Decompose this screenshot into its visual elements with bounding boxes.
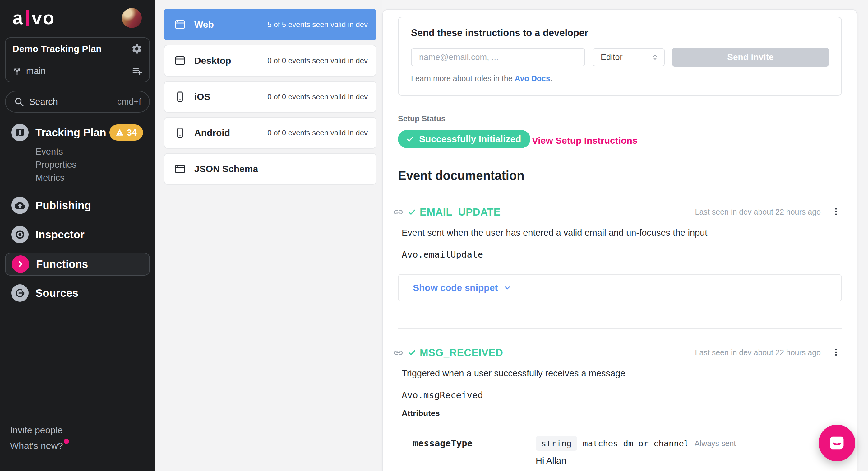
sidebar-item-publishing[interactable]: Publishing — [0, 195, 155, 215]
valid-check-icon — [407, 348, 416, 357]
setup-status-label: Setup Status — [398, 114, 842, 123]
source-status: 0 of 0 events seen valid in dev — [267, 128, 368, 137]
attribute-meta-line: string matches dm or channel Always sent — [536, 436, 842, 451]
check-icon — [405, 135, 415, 144]
create-branch-button[interactable] — [132, 66, 143, 76]
settings-button[interactable] — [131, 43, 143, 54]
sources-list: Web 5 of 5 events seen valid in dev Desk… — [155, 0, 382, 471]
tracking-plan-label: Tracking Plan — [35, 126, 106, 139]
logo-letter-a: a — [12, 9, 24, 27]
source-card-web[interactable]: Web 5 of 5 events seen valid in dev — [164, 9, 376, 40]
functions-icon-circle — [12, 256, 29, 273]
sidebar-item-events[interactable]: Events — [35, 145, 155, 158]
event-last-seen: Last seen in dev about 22 hours ago — [695, 348, 821, 357]
event-menu-button[interactable] — [830, 206, 842, 218]
source-label: Android — [194, 127, 230, 138]
sidebar-item-functions-active[interactable]: Functions — [5, 253, 150, 276]
event-name-link[interactable]: MSG_RECEIVED — [420, 347, 503, 359]
chevron-down-icon — [503, 283, 512, 292]
event-divider — [398, 328, 842, 329]
event-name-link[interactable]: EMAIL_UPDATE — [420, 206, 500, 218]
source-label: Web — [194, 19, 214, 30]
search-shortcut: cmd+f — [117, 97, 141, 107]
invite-developer-panel: Send these instructions to a developer E… — [398, 17, 842, 95]
warning-icon — [116, 128, 124, 137]
sidebar-footer: Invite people What's new? — [10, 422, 69, 453]
source-card-ios[interactable]: iOS 0 of 0 events seen valid in dev — [164, 81, 376, 113]
email-field[interactable] — [411, 48, 585, 66]
browser-icon — [174, 163, 186, 175]
search-input[interactable]: Search cmd+f — [5, 91, 150, 113]
project-name: Demo Tracking Plan — [12, 43, 131, 54]
attribute-type-chip: string — [536, 436, 577, 451]
invite-people-link[interactable]: Invite people — [10, 422, 69, 438]
source-card-desktop[interactable]: Desktop 0 of 0 events seen valid in dev — [164, 45, 376, 77]
attribute-value-column: string matches dm or channel Always sent… — [526, 433, 842, 471]
event-header: EMAIL_UPDATE Last seen in dev about 22 h… — [393, 206, 842, 218]
event-code-name: Avo.msgReceived — [398, 390, 842, 401]
roles-note-suffix: . — [550, 74, 553, 83]
branch-icon — [12, 66, 22, 76]
link-icon[interactable] — [393, 348, 404, 358]
logo-pink-bar — [26, 10, 29, 26]
avo-docs-link[interactable]: Avo Docs — [515, 74, 550, 83]
role-select[interactable]: Editor — [593, 48, 665, 66]
invite-panel-title: Send these instructions to a developer — [411, 27, 829, 38]
roles-note: Learn more about roles in the Avo Docs. — [411, 74, 829, 83]
cloud-upload-icon — [14, 200, 25, 211]
event-header: MSG_RECEIVED Last seen in dev about 22 h… — [393, 346, 842, 359]
project-row[interactable]: Demo Tracking Plan — [6, 38, 149, 60]
intercom-chat-button[interactable] — [818, 425, 855, 461]
sidebar-item-sources[interactable]: Sources — [0, 283, 155, 303]
show-code-snippet-button[interactable]: Show code snippet — [411, 282, 514, 293]
function-detail-card: Send these instructions to a developer E… — [382, 9, 858, 471]
sidebar-item-tracking-plan[interactable]: Tracking Plan 34 — [0, 123, 155, 143]
event-menu-button[interactable] — [830, 346, 842, 359]
branch-row[interactable]: main — [6, 60, 149, 82]
sidebar-nav: Tracking Plan 34 Events Properties Metri… — [0, 123, 155, 303]
source-label: Desktop — [194, 55, 231, 66]
attribute-example-value: Hi Allan — [536, 456, 842, 466]
attribute-name[interactable]: messageType — [413, 438, 472, 449]
whats-new-label: What's new? — [10, 441, 63, 451]
chat-bubble-icon — [828, 434, 846, 452]
tracking-plan-subnav: Events Properties Metrics — [0, 145, 155, 184]
valid-check-icon — [407, 207, 416, 217]
source-label: JSON Schema — [194, 164, 258, 174]
event-description: Event sent when the user has entered a v… — [398, 228, 842, 238]
event-section-msg-received: MSG_RECEIVED Last seen in dev about 22 h… — [398, 346, 842, 471]
inspector-label: Inspector — [35, 228, 85, 241]
issues-badge[interactable]: 34 — [110, 124, 143, 141]
gear-icon — [131, 43, 143, 54]
avatar[interactable] — [122, 8, 142, 28]
notification-dot — [64, 439, 69, 444]
sidebar-item-metrics[interactable]: Metrics — [35, 171, 155, 184]
kebab-icon — [831, 348, 841, 357]
code-snippet-box: Show code snippet — [398, 274, 842, 301]
inspector-icon — [14, 229, 25, 240]
sidebar-item-inspector[interactable]: Inspector — [0, 225, 155, 244]
link-icon[interactable] — [393, 207, 404, 217]
invite-form-row: Editor Send invite — [411, 48, 829, 66]
kebab-icon — [831, 207, 841, 216]
branch-name: main — [26, 66, 46, 76]
functions-label: Functions — [36, 258, 88, 270]
inspector-icon-circle — [11, 226, 29, 243]
source-card-json-schema[interactable]: JSON Schema — [164, 153, 376, 185]
attributes-label: Attributes — [398, 409, 842, 418]
event-last-seen: Last seen in dev about 22 hours ago — [695, 207, 821, 216]
event-code-name: Avo.emailUpdate — [398, 249, 842, 260]
send-invite-button[interactable]: Send invite — [672, 48, 829, 66]
sidebar: a vo Demo Tracking Plan main — [0, 0, 155, 471]
show-code-snippet-label: Show code snippet — [413, 283, 498, 293]
sidebar-item-properties[interactable]: Properties — [35, 158, 155, 171]
whats-new-link[interactable]: What's new? — [10, 438, 69, 453]
mobile-icon — [174, 127, 186, 139]
view-setup-instructions-link[interactable]: View Setup Instructions — [532, 135, 638, 146]
event-section-email-update: EMAIL_UPDATE Last seen in dev about 22 h… — [398, 206, 842, 301]
select-chevrons-icon — [651, 53, 659, 61]
setup-status-section: Setup Status Successfully Initialized Vi… — [398, 114, 842, 148]
source-card-android[interactable]: Android 0 of 0 events seen valid in dev — [164, 117, 376, 149]
avo-logo: a vo — [12, 9, 55, 27]
sources-icon-circle — [11, 284, 29, 302]
